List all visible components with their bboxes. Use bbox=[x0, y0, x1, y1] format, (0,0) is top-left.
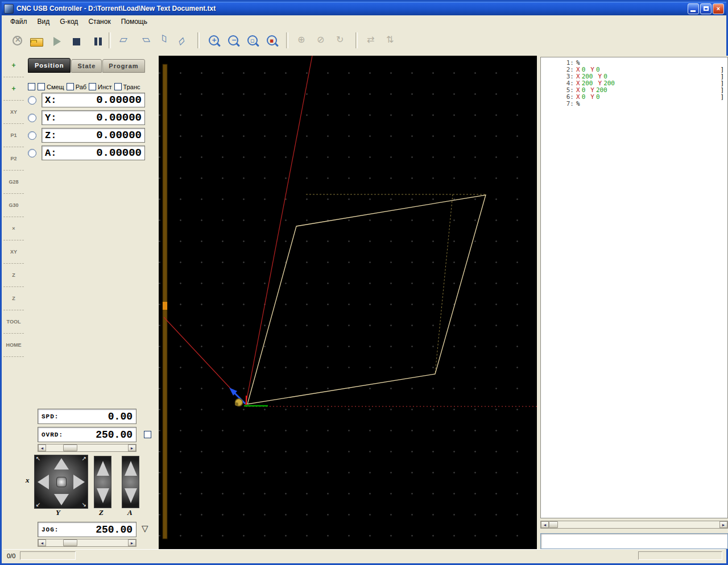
sidebar-add-position-1[interactable]: + bbox=[10, 60, 16, 70]
gcode-hscrollbar-right-arrow[interactable]: ► bbox=[719, 521, 727, 528]
gcode-hscrollbar-track[interactable] bbox=[549, 521, 719, 528]
simulate-button bbox=[293, 31, 312, 49]
jog-a-minus-button[interactable] bbox=[125, 488, 137, 503]
checkbox-main[interactable] bbox=[28, 83, 35, 90]
axis-x-indicator[interactable] bbox=[28, 96, 36, 105]
start-icon bbox=[53, 37, 61, 46]
jog-a-plus-button[interactable] bbox=[125, 461, 137, 476]
sidebar-slot: HOME bbox=[3, 334, 24, 357]
jog-x-plus-button[interactable] bbox=[73, 475, 85, 489]
view-side-button[interactable] bbox=[174, 31, 192, 49]
jog-diag-down-right-button[interactable]: ↘ bbox=[82, 502, 86, 508]
checkbox-tool[interactable] bbox=[89, 83, 96, 90]
speed-label: SPD: bbox=[42, 413, 59, 420]
tab-program[interactable]: Program bbox=[102, 59, 144, 73]
checkbox-main-wrap bbox=[28, 83, 35, 90]
checkbox-work[interactable] bbox=[67, 83, 74, 90]
menu-view[interactable]: Вид bbox=[32, 16, 55, 27]
axis-row-y: Y:0.00000 bbox=[28, 110, 145, 125]
axis-z-indicator[interactable] bbox=[28, 131, 36, 140]
axis-z-display: Z:0.00000 bbox=[42, 128, 145, 143]
gcode-hscrollbar[interactable]: ◄► bbox=[540, 521, 728, 529]
jog-y-minus-button[interactable] bbox=[54, 494, 69, 505]
axis-x-display: X:0.00000 bbox=[42, 93, 145, 107]
jog-diag-down-left-button[interactable]: ↙ bbox=[36, 502, 40, 508]
override-slider-track[interactable] bbox=[46, 444, 128, 451]
pause-button[interactable] bbox=[85, 31, 104, 49]
sidebar-goto-xy[interactable]: XY bbox=[9, 108, 18, 116]
jog-speed-dropdown[interactable]: ▽ bbox=[142, 524, 148, 534]
override-slider-right-arrow[interactable]: ► bbox=[128, 444, 136, 451]
sidebar-zero-axes[interactable]: × bbox=[11, 225, 16, 232]
checkbox-trans[interactable] bbox=[114, 83, 122, 90]
viewport[interactable] bbox=[159, 56, 537, 549]
sidebar-zero-z[interactable]: Z bbox=[11, 271, 16, 279]
checkbox-offset-wrap: Смещ bbox=[38, 83, 64, 90]
viewport-canvas[interactable] bbox=[159, 56, 537, 549]
sidebar-add-position-2[interactable]: + bbox=[10, 84, 16, 94]
jog-pad-a bbox=[122, 456, 139, 508]
jog-x-minus-button[interactable] bbox=[38, 475, 49, 489]
sidebar-goto-p2[interactable]: P2 bbox=[9, 155, 18, 163]
titlebar[interactable]: CNC USB Controller - D:\Torrent\Load\New… bbox=[2, 2, 726, 15]
close-button[interactable]: × bbox=[713, 3, 724, 14]
view-top-button[interactable] bbox=[135, 31, 154, 49]
status-field-1 bbox=[20, 551, 76, 560]
jog-pad-xy: ↖ ↗ ↙ ↘ bbox=[34, 455, 88, 509]
jog-slider-left-arrow[interactable]: ◄ bbox=[38, 539, 46, 546]
jog-diag-up-left-button[interactable]: ↖ bbox=[36, 456, 40, 462]
menu-machine[interactable]: Станок bbox=[83, 16, 115, 27]
view-front-button[interactable] bbox=[155, 31, 173, 49]
axis-y-indicator[interactable] bbox=[28, 114, 36, 122]
sidebar-measure-z[interactable]: Z bbox=[11, 294, 16, 302]
override-slider[interactable]: ◄► bbox=[38, 444, 136, 452]
override-slider-left-arrow[interactable]: ◄ bbox=[38, 444, 46, 451]
jog-y-plus-button[interactable] bbox=[54, 458, 69, 470]
gcode-hscrollbar-left-arrow[interactable]: ◄ bbox=[541, 521, 549, 528]
open-file-button[interactable] bbox=[27, 31, 46, 49]
tab-state[interactable]: State bbox=[71, 59, 102, 73]
zoom-in-button[interactable] bbox=[205, 31, 223, 49]
jog-slider[interactable]: ◄► bbox=[38, 539, 136, 547]
sidebar-zero-xy[interactable]: XY bbox=[9, 248, 18, 256]
stop-button[interactable] bbox=[66, 31, 84, 49]
gcode-hscrollbar-thumb[interactable] bbox=[549, 521, 558, 528]
coordinate-mode-checkboxes: СмещРабИнстТранс bbox=[28, 83, 158, 90]
menu-file[interactable]: Файл bbox=[5, 16, 32, 27]
axis-a-indicator[interactable] bbox=[28, 149, 36, 157]
view-perspective-button[interactable] bbox=[116, 31, 134, 49]
maximize-button[interactable] bbox=[700, 3, 712, 14]
gcode-line[interactable]: 7:% bbox=[541, 101, 727, 107]
zoom-tool-button[interactable] bbox=[263, 31, 281, 49]
sidebar-goto-p1[interactable]: P1 bbox=[9, 131, 18, 139]
jog-slider-thumb[interactable] bbox=[63, 539, 77, 546]
sidebar-home[interactable]: HOME bbox=[5, 341, 23, 349]
tab-position[interactable]: Position bbox=[28, 58, 71, 73]
sidebar-goto-g28[interactable]: G28 bbox=[7, 178, 19, 186]
jog-pad-z bbox=[94, 456, 111, 508]
panel-tabs: PositionStateProgram bbox=[28, 58, 146, 73]
menu-gcode[interactable]: G-код bbox=[55, 16, 83, 27]
jog-stop-button[interactable] bbox=[56, 477, 67, 487]
zoom-out-button[interactable] bbox=[224, 31, 242, 49]
zoom-window-button[interactable] bbox=[243, 31, 262, 49]
sidebar-goto-g30[interactable]: G30 bbox=[7, 201, 19, 209]
axis-row-x: X:0.00000 bbox=[28, 93, 145, 107]
sidebar-tool[interactable]: TOOL bbox=[6, 318, 22, 326]
jog-slider-track[interactable] bbox=[46, 539, 128, 546]
gcode-line-bracket: ] bbox=[720, 94, 724, 101]
gcode-list[interactable]: 1:%2:X0Y0]3:X200Y0]4:X200Y200]5:X0Y200]6… bbox=[540, 57, 728, 518]
mdi-input[interactable] bbox=[540, 533, 728, 549]
menu-help[interactable]: Помощь bbox=[116, 16, 152, 27]
jog-slider-right-arrow[interactable]: ► bbox=[128, 539, 136, 546]
minimize-button[interactable] bbox=[688, 3, 699, 14]
jog-diag-up-right-button[interactable]: ↗ bbox=[82, 456, 86, 462]
jog-z-minus-button[interactable] bbox=[97, 488, 109, 503]
jog-z-plus-button[interactable] bbox=[97, 461, 109, 476]
override-enable-checkbox[interactable] bbox=[144, 431, 151, 438]
checkbox-offset[interactable] bbox=[38, 83, 45, 90]
override-slider-thumb[interactable] bbox=[63, 444, 77, 451]
checkbox-tool-wrap: Инст bbox=[89, 83, 112, 90]
zoom-tool-icon bbox=[267, 35, 277, 45]
zoom-out-icon bbox=[228, 35, 238, 45]
